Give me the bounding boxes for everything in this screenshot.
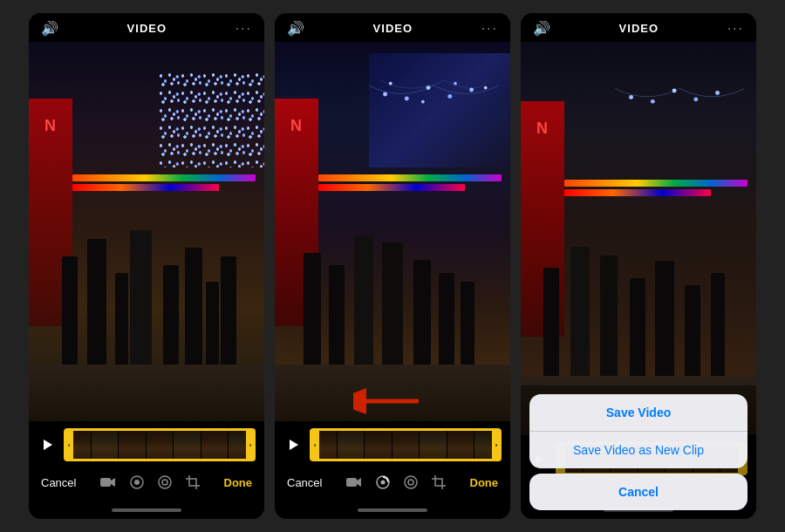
screen1-toolbar-icons xyxy=(100,475,200,489)
svg-point-16 xyxy=(380,481,385,485)
volume-icon-3: 🔊 xyxy=(533,20,550,37)
phone-screen-1: 🔊 VIDEO ··· N xyxy=(29,13,264,519)
svg-point-8 xyxy=(447,94,452,99)
svg-rect-0 xyxy=(100,478,111,487)
more-icon-3[interactable]: ··· xyxy=(727,21,744,37)
cancel-button-1[interactable]: Cancel xyxy=(41,476,76,489)
svg-point-17 xyxy=(405,476,417,488)
home-indicator-2 xyxy=(275,501,510,519)
screen1-video: N xyxy=(29,42,264,421)
filter-icon-2[interactable] xyxy=(404,475,418,489)
filter-icon-1[interactable] xyxy=(158,475,172,489)
popup-cancel-button[interactable]: Cancel xyxy=(529,474,747,510)
crop-icon-2[interactable] xyxy=(432,475,446,489)
svg-point-20 xyxy=(629,94,633,99)
home-indicator-1 xyxy=(29,501,264,519)
save-video-button[interactable]: Save Video xyxy=(529,394,747,432)
play-button-2[interactable] xyxy=(283,434,304,455)
more-icon-1[interactable]: ··· xyxy=(236,21,252,37)
volume-icon-1: 🔊 xyxy=(41,20,58,37)
screen1-bottom-toolbar: Cancel xyxy=(29,468,264,501)
action-sheet-overlay: Save Video Save Video as New Clip Cancel xyxy=(521,385,756,519)
volume-icon-2: 🔊 xyxy=(287,20,304,37)
red-arrow xyxy=(353,382,432,425)
screen2-video: N xyxy=(275,42,510,421)
adjust-icon-2[interactable] xyxy=(376,475,390,489)
action-sheet-cancel: Cancel xyxy=(529,474,747,510)
action-sheet: Save Video Save Video as New Clip xyxy=(529,394,747,468)
svg-point-2 xyxy=(134,480,140,485)
svg-point-9 xyxy=(469,87,474,92)
screen2-timeline: ‹ › xyxy=(275,421,510,468)
screen3-header: 🔊 VIDEO ··· xyxy=(521,13,756,42)
screen2-title: VIDEO xyxy=(373,22,413,35)
svg-point-12 xyxy=(454,82,457,85)
screen1-header: 🔊 VIDEO ··· xyxy=(29,13,264,42)
screen3-video: N xyxy=(521,42,756,435)
more-icon-2[interactable]: ··· xyxy=(481,21,498,37)
svg-point-10 xyxy=(389,82,392,85)
svg-point-22 xyxy=(672,88,677,92)
video-camera-icon-2[interactable] xyxy=(346,476,362,488)
screen2-toolbar-icons xyxy=(346,475,446,489)
video-camera-icon-1[interactable] xyxy=(100,476,116,488)
adjust-icon-1[interactable] xyxy=(130,475,144,489)
filmstrip-1[interactable]: ‹ › xyxy=(64,428,256,461)
play-button-1[interactable] xyxy=(38,434,58,455)
svg-point-11 xyxy=(421,100,425,104)
screen2-header: 🔊 VIDEO ··· xyxy=(275,13,510,42)
screen2-bottom-toolbar: Cancel xyxy=(275,468,510,501)
svg-point-6 xyxy=(405,96,409,100)
cancel-button-2[interactable]: Cancel xyxy=(287,476,322,489)
svg-point-18 xyxy=(408,480,413,485)
svg-point-24 xyxy=(715,91,720,95)
svg-point-4 xyxy=(162,480,167,485)
svg-point-23 xyxy=(693,97,698,101)
svg-point-3 xyxy=(159,476,171,488)
done-button-2[interactable]: Done xyxy=(470,476,499,489)
phone-screen-3: 🔊 VIDEO ··· N xyxy=(521,13,756,519)
phone-screen-2: 🔊 VIDEO ··· xyxy=(275,13,510,519)
save-as-clip-button[interactable]: Save Video as New Clip xyxy=(529,432,747,468)
svg-point-5 xyxy=(383,92,387,96)
svg-point-7 xyxy=(427,85,431,90)
done-button-1[interactable]: Done xyxy=(224,476,253,489)
screen1-title: VIDEO xyxy=(127,22,167,35)
svg-point-21 xyxy=(651,99,655,103)
filmstrip-2[interactable]: ‹ › xyxy=(310,428,502,461)
screen3-title: VIDEO xyxy=(619,22,659,35)
svg-rect-14 xyxy=(346,478,357,487)
screen1-timeline: ‹ › xyxy=(29,421,264,468)
screenshots-container: 🔊 VIDEO ··· N xyxy=(0,0,785,532)
crop-icon-1[interactable] xyxy=(186,475,200,489)
svg-point-13 xyxy=(484,85,488,89)
